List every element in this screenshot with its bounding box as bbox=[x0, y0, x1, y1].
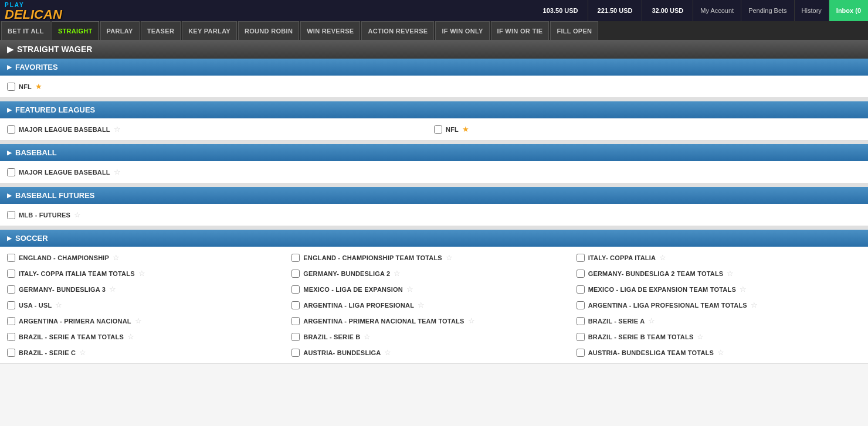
league-checkbox-soccer-18[interactable] bbox=[7, 349, 15, 357]
star-empty-icon[interactable]: ☆ bbox=[114, 125, 121, 134]
league-name: NFL bbox=[19, 83, 32, 90]
nav-tab-parlay[interactable]: PARLAY bbox=[100, 21, 140, 40]
history-link[interactable]: History bbox=[795, 0, 829, 21]
star-empty-icon[interactable]: ☆ bbox=[114, 168, 121, 176]
section-title-soccer: SOCCER bbox=[15, 234, 48, 243]
balance-3: 32.00 USD bbox=[642, 0, 693, 21]
league-checkbox-soccer-12[interactable] bbox=[7, 317, 15, 325]
star-empty-icon[interactable]: ☆ bbox=[727, 269, 734, 278]
nav-tab-if-win-only[interactable]: IF WIN ONLY bbox=[435, 21, 489, 40]
nav-tab-action-reverse[interactable]: ACTION REVERSE bbox=[361, 21, 434, 40]
star-empty-icon[interactable]: ☆ bbox=[751, 301, 758, 309]
nav-tab-win-reverse[interactable]: WIN REVERSE bbox=[300, 21, 360, 40]
section-header-baseball[interactable]: ▶BASEBALL bbox=[0, 144, 868, 161]
league-checkbox-soccer-20[interactable] bbox=[577, 349, 585, 357]
league-checkbox-soccer-4[interactable] bbox=[291, 270, 300, 278]
nav-tab-straight[interactable]: STRAIGHT bbox=[52, 21, 99, 40]
nav-tab-round-robin[interactable]: ROUND ROBIN bbox=[238, 21, 299, 40]
league-checkbox-soccer-0[interactable] bbox=[7, 254, 15, 262]
section-header-baseball-futures[interactable]: ▶BASEBALL FUTURES bbox=[0, 187, 868, 204]
league-checkbox-soccer-8[interactable] bbox=[577, 285, 585, 294]
star-empty-icon[interactable]: ☆ bbox=[135, 316, 142, 325]
section-content-soccer: ENGLAND - CHAMPIONSHIP☆ENGLAND - CHAMPIO… bbox=[0, 247, 868, 364]
star-filled-icon[interactable]: ★ bbox=[462, 125, 469, 134]
star-empty-icon[interactable]: ☆ bbox=[384, 348, 391, 357]
league-checkbox-soccer-6[interactable] bbox=[7, 285, 15, 294]
nav-tab-teaser[interactable]: TEASER bbox=[141, 21, 181, 40]
section-arrow-featured-leagues: ▶ bbox=[7, 107, 12, 113]
star-empty-icon[interactable]: ☆ bbox=[648, 316, 655, 325]
star-empty-icon[interactable]: ☆ bbox=[418, 301, 425, 309]
star-empty-icon[interactable]: ☆ bbox=[74, 210, 81, 219]
star-empty-icon[interactable]: ☆ bbox=[406, 285, 413, 294]
league-grid-soccer: ENGLAND - CHAMPIONSHIP☆ENGLAND - CHAMPIO… bbox=[7, 251, 861, 359]
star-empty-icon[interactable]: ☆ bbox=[138, 269, 145, 278]
nav-tab-bet-it-all[interactable]: BET IT ALL bbox=[1, 21, 50, 40]
league-checkbox-soccer-14[interactable] bbox=[577, 317, 585, 325]
star-empty-icon[interactable]: ☆ bbox=[446, 253, 453, 262]
star-empty-icon[interactable]: ☆ bbox=[659, 253, 666, 262]
league-checkbox-soccer-2[interactable] bbox=[577, 254, 585, 262]
league-name: MEXICO - LIGA DE EXPANSION bbox=[303, 286, 403, 293]
nav-tab-if-win-or-tie[interactable]: IF WIN OR TIE bbox=[491, 21, 550, 40]
league-checkbox-soccer-11[interactable] bbox=[577, 301, 585, 309]
star-empty-icon[interactable]: ☆ bbox=[394, 269, 401, 278]
pending-bets-link[interactable]: Pending Bets bbox=[741, 0, 794, 21]
league-item: BRAZIL - SERIE A☆ bbox=[577, 315, 861, 327]
star-empty-icon[interactable]: ☆ bbox=[717, 348, 724, 357]
logo-main: DELICAN bbox=[5, 8, 62, 21]
star-empty-icon[interactable]: ☆ bbox=[697, 332, 704, 341]
league-checkbox-soccer-10[interactable] bbox=[291, 301, 300, 309]
section-content-baseball-futures: MLB - FUTURES☆ bbox=[0, 204, 868, 226]
league-checkbox-featured-leagues-1[interactable] bbox=[434, 125, 442, 134]
league-item: NFL★ bbox=[434, 123, 861, 135]
nav-tab-key-parlay[interactable]: KEY PARLAY bbox=[182, 21, 237, 40]
league-grid-featured-leagues: MAJOR LEAGUE BASEBALL☆NFL★ bbox=[7, 123, 861, 135]
straight-wager-arrow: ▶ bbox=[7, 45, 13, 54]
league-checkbox-soccer-19[interactable] bbox=[291, 349, 300, 357]
league-checkbox-baseball-futures-0[interactable] bbox=[7, 211, 15, 219]
league-checkbox-soccer-7[interactable] bbox=[291, 285, 300, 294]
nav-tab-fill-open[interactable]: FILL OPEN bbox=[550, 21, 598, 40]
league-item: USA - USL☆ bbox=[7, 299, 291, 311]
league-checkbox-soccer-1[interactable] bbox=[291, 254, 300, 262]
star-empty-icon[interactable]: ☆ bbox=[468, 316, 475, 325]
section-content-favorites: NFL★ bbox=[0, 76, 868, 98]
logo-area: PLAY DELICAN bbox=[0, 1, 62, 21]
league-name: BRAZIL - SERIE B bbox=[303, 333, 360, 340]
inbox-button[interactable]: Inbox (0 bbox=[829, 0, 868, 21]
my-account-link[interactable]: My Account bbox=[693, 0, 741, 21]
star-empty-icon[interactable]: ☆ bbox=[113, 253, 120, 262]
league-checkbox-featured-leagues-0[interactable] bbox=[7, 125, 15, 134]
league-item: MAJOR LEAGUE BASEBALL☆ bbox=[7, 166, 861, 178]
league-checkbox-soccer-9[interactable] bbox=[7, 301, 15, 309]
section-title-baseball-futures: BASEBALL FUTURES bbox=[15, 191, 95, 200]
star-filled-icon[interactable]: ★ bbox=[35, 82, 42, 91]
nav-tabs: BET IT ALLSTRAIGHTPARLAYTEASERKEY PARLAY… bbox=[0, 21, 868, 40]
section-arrow-baseball: ▶ bbox=[7, 149, 12, 156]
section-header-soccer[interactable]: ▶SOCCER bbox=[0, 230, 868, 247]
league-checkbox-soccer-17[interactable] bbox=[577, 333, 585, 341]
league-checkbox-soccer-13[interactable] bbox=[291, 317, 300, 325]
league-name: ARGENTINA - PRIMERA NACIONAL bbox=[19, 318, 131, 325]
league-name: ARGENTINA - LIGA PROFESIONAL bbox=[303, 302, 414, 309]
section-header-featured-leagues[interactable]: ▶FEATURED LEAGUES bbox=[0, 101, 868, 118]
league-item: GERMANY- BUNDESLIGA 2☆ bbox=[291, 267, 576, 280]
league-checkbox-soccer-3[interactable] bbox=[7, 270, 15, 278]
league-name: BRAZIL - SERIE A bbox=[588, 318, 645, 325]
league-checkbox-favorites-0[interactable] bbox=[7, 83, 15, 91]
star-empty-icon[interactable]: ☆ bbox=[364, 332, 371, 341]
section-header-favorites[interactable]: ▶FAVORITES bbox=[0, 59, 868, 76]
league-name: ENGLAND - CHAMPIONSHIP bbox=[19, 254, 109, 261]
league-name: ITALY- COPPA ITALIA bbox=[588, 254, 656, 261]
league-checkbox-soccer-5[interactable] bbox=[577, 270, 585, 278]
star-empty-icon[interactable]: ☆ bbox=[740, 285, 747, 294]
star-empty-icon[interactable]: ☆ bbox=[55, 301, 62, 309]
league-checkbox-soccer-16[interactable] bbox=[291, 333, 300, 341]
league-checkbox-baseball-0[interactable] bbox=[7, 168, 15, 176]
star-empty-icon[interactable]: ☆ bbox=[79, 348, 86, 357]
star-empty-icon[interactable]: ☆ bbox=[109, 285, 116, 294]
league-name: MEXICO - LIGA DE EXPANSION TEAM TOTALS bbox=[588, 286, 736, 293]
league-checkbox-soccer-15[interactable] bbox=[7, 333, 15, 341]
star-empty-icon[interactable]: ☆ bbox=[127, 332, 134, 341]
